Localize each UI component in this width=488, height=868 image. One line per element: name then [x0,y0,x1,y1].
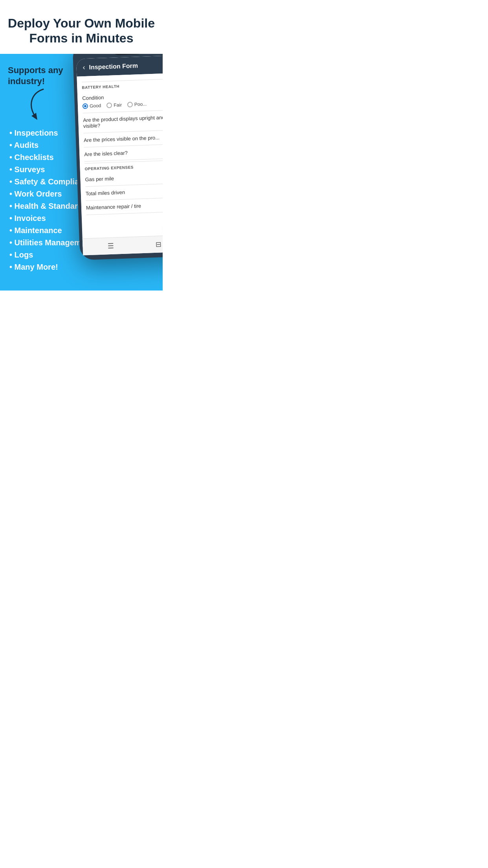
radio-circle-poor[interactable] [127,102,133,107]
radio-poor-label: Poo... [134,101,147,107]
phone-screen: ‹ Inspection Form BATTERY HEALTH Conditi… [76,55,163,255]
back-button[interactable]: ‹ [83,63,85,72]
bottom-nav-bar: ☰ ⊟ [83,235,163,255]
phone-content: BATTERY HEALTH Condition Good Fair [77,73,163,219]
tagline: Supports any industry! [8,65,63,87]
radio-good[interactable]: Good [83,103,101,109]
blue-section: Supports any industry! ‹ Inspection Form… [0,54,163,291]
question-3: Are the isles clear? [84,144,163,162]
radio-poor[interactable]: Poo... [127,101,147,107]
condition-field: Condition Good Fair [82,88,163,113]
phone-mockup: ‹ Inspection Form BATTERY HEALTH Conditi… [76,54,163,258]
svg-marker-0 [31,113,37,120]
phone-header: ‹ Inspection Form [76,55,163,76]
phone-outer: ‹ Inspection Form BATTERY HEALTH Conditi… [72,54,163,260]
menu-icon[interactable]: ☰ [107,241,114,250]
radio-good-label: Good [90,103,101,108]
question-1: Are the product displays upright and vis… [83,110,163,133]
form-title: Inspection Form [89,62,138,71]
arrow-icon [24,85,51,121]
gas-per-mile-field[interactable]: Gas per mile [85,169,163,187]
radio-fair-label: Fair [114,102,122,108]
total-miles-field[interactable]: Total miles driven [85,184,163,201]
radio-circle-fair[interactable] [106,102,112,108]
bookmark-icon[interactable]: ⊟ [156,240,162,249]
hero-title: Deploy Your Own Mobile Forms in Minutes [8,16,155,46]
condition-label: Condition [82,92,163,101]
radio-fair[interactable]: Fair [106,102,122,108]
condition-radio-group[interactable]: Good Fair Poo... [83,100,163,109]
radio-circle-good[interactable] [83,103,88,109]
phone-notch [112,54,144,55]
feature-many-more: • Many More! [8,263,155,272]
maintenance-repair-field[interactable]: Maintenance repair / tire [86,198,163,215]
hero-section: Deploy Your Own Mobile Forms in Minutes [0,0,163,46]
